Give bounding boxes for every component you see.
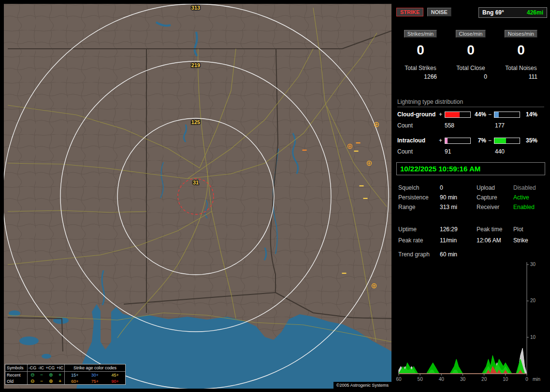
svg-text:40: 40 bbox=[439, 377, 445, 382]
squelch-value: 0 bbox=[440, 184, 477, 191]
svg-text:219: 219 bbox=[191, 62, 200, 68]
pos-cg-recent-icon: ⊕ bbox=[49, 373, 53, 378]
rate-values-row: 0 0 0 bbox=[395, 42, 546, 58]
copyright-notice: ©2005 Astrogenic Systems bbox=[333, 382, 391, 389]
total-strikes-value: 1266 bbox=[424, 73, 446, 80]
legend-col-neg-cg: -CG bbox=[29, 365, 37, 370]
neg-cg-old-icon: ⊖ bbox=[30, 379, 34, 384]
svg-text:50: 50 bbox=[418, 377, 423, 382]
trend-graph-window: 60 min bbox=[440, 251, 477, 258]
ic-minus-percent: 35% bbox=[520, 137, 539, 144]
svg-text:10: 10 bbox=[503, 377, 508, 382]
peak-rate-label: Peak rate bbox=[398, 237, 440, 244]
cloud-ground-label: Cloud-ground bbox=[397, 111, 439, 118]
capture-label: Capture bbox=[477, 194, 513, 201]
totals-labels-row: Total Strikes Total Close Total Noises bbox=[395, 65, 546, 71]
cg-minus-bar bbox=[494, 112, 520, 118]
svg-text:60: 60 bbox=[396, 377, 402, 382]
stats-row: Peak rate 11/min 12:06 AM Strike bbox=[398, 237, 544, 244]
noise-mode-button[interactable]: NOISE bbox=[427, 8, 451, 16]
receiver-status: Enabled bbox=[513, 204, 544, 210]
nexstorm-window: { "map": { "center": {"x": 397, "y": 399… bbox=[0, 0, 550, 392]
strikes-per-min-button[interactable]: Strikes/min bbox=[404, 30, 437, 38]
noises-per-min-button[interactable]: Noises/min bbox=[505, 30, 537, 38]
legend-symbols-title: Symbols bbox=[5, 365, 27, 370]
status-panel: STRIKE NOISE Bng 69° 426mi Strikes/min C… bbox=[395, 4, 546, 389]
noises-per-min-value: 0 bbox=[517, 42, 525, 58]
legend-age-title: Strike age color codes bbox=[73, 365, 116, 370]
svg-text:0: 0 bbox=[525, 377, 528, 382]
upload-status: Disabled bbox=[513, 184, 544, 191]
cloud-ground-count-row: Count 558 177 bbox=[397, 122, 545, 129]
neg-cg-recent-icon: ⊖ bbox=[30, 373, 34, 378]
bearing-range-value: 426mi bbox=[527, 9, 543, 16]
uptime-value: 126:29 bbox=[440, 226, 477, 233]
svg-text:10: 10 bbox=[530, 335, 536, 340]
bearing-value: Bng 69° bbox=[482, 9, 504, 16]
cg-plus-percent: 44% bbox=[471, 111, 488, 118]
cg-minus-count: 177 bbox=[495, 122, 543, 129]
receiver-label: Receiver bbox=[477, 204, 513, 210]
settings-row: Squelch 0 Upload Disabled bbox=[398, 184, 544, 191]
trend-row: Trend graph 60 min bbox=[398, 251, 544, 258]
intracloud-row: Intracloud + 7% − 35% bbox=[397, 137, 545, 144]
age-30: 30+ bbox=[91, 373, 99, 378]
upload-label: Upload bbox=[477, 184, 513, 191]
persistence-label: Persistence bbox=[398, 194, 440, 201]
cg-plus-bar bbox=[445, 112, 471, 118]
svg-text:30: 30 bbox=[530, 262, 536, 267]
svg-text:min: min bbox=[533, 377, 540, 382]
ic-plus-count: 91 bbox=[445, 148, 495, 155]
map-view[interactable]: 31321912531 Symbols -CG -IC +CG +IC Stri… bbox=[4, 4, 391, 389]
settings-row: Persistence 90 min Capture Active bbox=[398, 194, 544, 201]
total-close-value: 0 bbox=[484, 73, 496, 80]
age-90: 90+ bbox=[112, 379, 119, 384]
plus-sign: + bbox=[439, 111, 445, 118]
trend-graph-label: Trend graph bbox=[398, 251, 440, 258]
map-canvas: 31321912531 bbox=[4, 4, 391, 389]
cg-minus-percent: 14% bbox=[520, 111, 539, 118]
total-noises-value: 111 bbox=[529, 73, 546, 80]
strike-mode-button[interactable]: STRIKE bbox=[396, 8, 423, 16]
age-75: 75+ bbox=[91, 379, 99, 384]
svg-text:20: 20 bbox=[530, 298, 536, 303]
cloud-ground-row: Cloud-ground + 44% − 14% bbox=[397, 111, 545, 118]
ic-plus-bar bbox=[445, 138, 471, 144]
svg-text:31: 31 bbox=[193, 180, 199, 185]
svg-text:125: 125 bbox=[191, 119, 200, 125]
range-label: Range bbox=[398, 204, 440, 210]
plot-label: Plot bbox=[513, 226, 544, 233]
total-strikes-label: Total Strikes bbox=[405, 65, 436, 71]
plus-sign: + bbox=[439, 137, 445, 144]
mode-buttons: STRIKE NOISE bbox=[396, 8, 453, 16]
cg-plus-count: 558 bbox=[445, 122, 495, 129]
intracloud-count-row: Count 91 440 bbox=[397, 148, 545, 155]
peak-rate-value: 11/min bbox=[440, 237, 477, 244]
count-label: Count bbox=[397, 148, 445, 155]
pos-ic-old-icon: + bbox=[58, 379, 61, 384]
svg-text:30: 30 bbox=[460, 377, 466, 382]
minus-sign: − bbox=[488, 137, 494, 144]
pos-ic-recent-icon: + bbox=[58, 373, 61, 378]
settings-row: Range 313 mi Receiver Enabled bbox=[398, 204, 544, 210]
total-noises-label: Total Noises bbox=[505, 65, 536, 71]
close-per-min-button[interactable]: Close/min bbox=[456, 30, 486, 38]
ic-minus-count: 440 bbox=[495, 148, 543, 155]
persistence-value: 90 min bbox=[440, 194, 477, 201]
capture-status: Active bbox=[513, 194, 544, 201]
range-value: 313 mi bbox=[440, 204, 477, 210]
uptime-label: Uptime bbox=[398, 226, 440, 233]
legend-col-pos-ic: +IC bbox=[57, 365, 63, 370]
age-60: 60+ bbox=[71, 379, 78, 384]
count-label: Count bbox=[397, 122, 445, 129]
close-per-min-value: 0 bbox=[467, 42, 475, 58]
strikes-per-min-value: 0 bbox=[417, 42, 424, 58]
legend-old-label: Old bbox=[5, 379, 27, 384]
peak-time-value: 12:06 AM bbox=[477, 237, 513, 244]
intracloud-label: Intracloud bbox=[397, 137, 439, 144]
svg-text:20: 20 bbox=[481, 377, 487, 382]
legend-recent-label: Recent bbox=[5, 373, 27, 378]
minus-sign: − bbox=[488, 111, 494, 118]
distribution-title: Lightning type distribution bbox=[397, 98, 544, 107]
squelch-label: Squelch bbox=[398, 184, 440, 191]
